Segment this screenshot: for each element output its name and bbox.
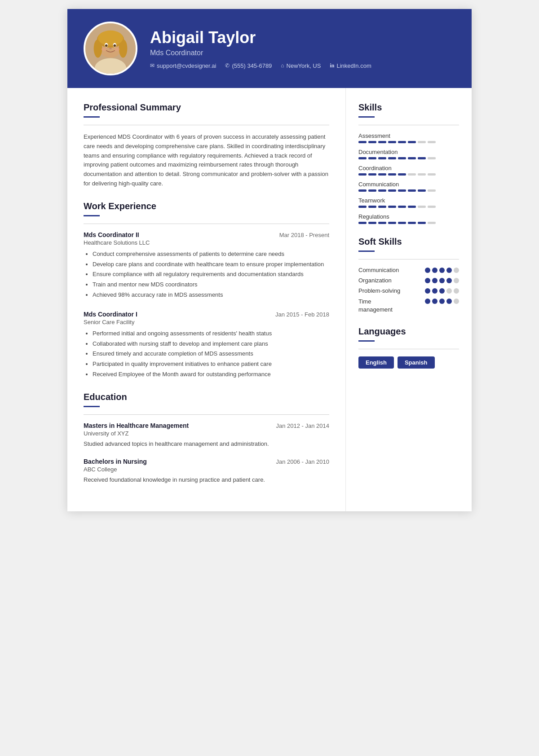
soft-skills-divider bbox=[358, 259, 459, 259]
summary-divider bbox=[84, 125, 329, 125]
edu-school-2: ABC College bbox=[84, 466, 329, 473]
candidate-name: Abigail Taylor bbox=[150, 28, 455, 47]
skill-bar-0 bbox=[358, 141, 459, 143]
edu-date-2: Jan 2006 - Jan 2010 bbox=[276, 458, 329, 465]
skill-documentation: Documentation bbox=[358, 149, 459, 159]
soft-skills-section: Soft Skills Communication Organization P… bbox=[358, 237, 459, 314]
edu-desc-1: Studied advanced topics in healthcare ma… bbox=[84, 440, 329, 449]
job-date-2: Jan 2015 - Feb 2018 bbox=[275, 311, 329, 318]
soft-skill-organization: Organization bbox=[358, 277, 459, 284]
skill-teamwork: Teamwork bbox=[358, 197, 459, 208]
list-item: Conduct comprehensive assessments of pat… bbox=[93, 250, 329, 259]
contact-email: ✉ support@cvdesigner.ai bbox=[150, 62, 216, 69]
svg-point-11 bbox=[114, 44, 116, 47]
education-underline bbox=[84, 406, 100, 407]
contact-phone: ✆ (555) 345-6789 bbox=[225, 62, 272, 69]
skills-divider bbox=[358, 125, 459, 125]
edu-date-1: Jan 2012 - Jan 2014 bbox=[276, 422, 329, 429]
list-item: Collaborated with nursing staff to devel… bbox=[93, 339, 329, 349]
education-title: Education bbox=[84, 392, 329, 402]
edu-degree-2: Bachelors in Nursing bbox=[84, 458, 147, 465]
list-item: Achieved 98% accuracy rate in MDS assess… bbox=[93, 290, 329, 300]
skill-bar-5 bbox=[358, 222, 459, 224]
svg-point-7 bbox=[98, 31, 123, 46]
education-section: Education Masters in Healthcare Manageme… bbox=[84, 392, 329, 485]
summary-text: Experienced MDS Coordinator with 6 years… bbox=[84, 132, 329, 189]
summary-underline bbox=[84, 116, 100, 118]
education-divider bbox=[84, 414, 329, 415]
job-header-1: Mds Coordinator II Mar 2018 - Present bbox=[84, 231, 329, 238]
job-bullets-2: Performed initial and ongoing assessment… bbox=[84, 329, 329, 379]
job-date-1: Mar 2018 - Present bbox=[279, 232, 329, 238]
list-item: Participated in quality improvement init… bbox=[93, 360, 329, 369]
job-title-1: Mds Coordinator II bbox=[84, 231, 139, 238]
soft-skill-problem-solving: Problem-solving bbox=[358, 287, 459, 294]
work-underline bbox=[84, 215, 100, 216]
job-header-2: Mds Coordinator I Jan 2015 - Feb 2018 bbox=[84, 311, 329, 318]
skill-coordination: Coordination bbox=[358, 165, 459, 176]
linkedin-icon: in bbox=[330, 62, 334, 69]
email-text: support@cvdesigner.ai bbox=[157, 62, 216, 69]
skills-underline bbox=[358, 116, 375, 118]
skill-regulations: Regulations bbox=[358, 213, 459, 224]
contact-location: ⌂ NewYork, US bbox=[281, 62, 321, 69]
list-item: Performed initial and ongoing assessment… bbox=[93, 329, 329, 338]
dots-1 bbox=[425, 278, 459, 283]
body-layout: Professional Summary Experienced MDS Coo… bbox=[67, 88, 472, 511]
skill-bar-2 bbox=[358, 173, 459, 176]
soft-skills-underline bbox=[358, 251, 375, 252]
resume-container: Abigail Taylor Mds Coordinator ✉ support… bbox=[67, 9, 472, 511]
email-icon: ✉ bbox=[150, 62, 155, 69]
skill-bar-1 bbox=[358, 157, 459, 159]
summary-section: Professional Summary Experienced MDS Coo… bbox=[84, 102, 329, 189]
soft-skill-communication: Communication bbox=[358, 267, 459, 273]
svg-point-10 bbox=[105, 44, 108, 47]
dots-2 bbox=[425, 288, 459, 294]
work-title: Work Experience bbox=[84, 201, 329, 211]
job-entry-1: Mds Coordinator II Mar 2018 - Present He… bbox=[84, 231, 329, 300]
soft-skill-time-management: Timemanagement bbox=[358, 298, 459, 314]
avatar bbox=[84, 22, 137, 75]
dots-3 bbox=[425, 299, 459, 304]
svg-point-14 bbox=[115, 48, 119, 51]
summary-title: Professional Summary bbox=[84, 102, 329, 113]
list-item: Ensured timely and accurate completion o… bbox=[93, 349, 329, 359]
edu-school-1: University of XYZ bbox=[84, 430, 329, 437]
header-contacts: ✉ support@cvdesigner.ai ✆ (555) 345-6789… bbox=[150, 62, 455, 69]
job-title-2: Mds Coordinator I bbox=[84, 311, 137, 318]
edu-entry-2: Bachelors in Nursing Jan 2006 - Jan 2010… bbox=[84, 458, 329, 485]
lang-english: English bbox=[358, 356, 394, 369]
location-icon: ⌂ bbox=[281, 62, 284, 69]
header: Abigail Taylor Mds Coordinator ✉ support… bbox=[67, 9, 472, 88]
languages-section: Languages English Spanish bbox=[358, 326, 459, 369]
skill-bar-4 bbox=[358, 206, 459, 208]
skill-bar-3 bbox=[358, 189, 459, 192]
skills-section: Skills Assessment Documentation Coordina… bbox=[358, 102, 459, 224]
list-item: Train and mentor new MDS coordinators bbox=[93, 280, 329, 290]
phone-icon: ✆ bbox=[225, 62, 230, 69]
list-item: Ensure compliance with all regulatory re… bbox=[93, 270, 329, 279]
language-tags: English Spanish bbox=[358, 356, 459, 369]
edu-degree-1: Masters in Healthcare Management bbox=[84, 422, 189, 429]
list-item: Develop care plans and coordinate with h… bbox=[93, 260, 329, 269]
list-item: Received Employee of the Month award for… bbox=[93, 370, 329, 379]
edu-entry-1: Masters in Healthcare Management Jan 201… bbox=[84, 422, 329, 449]
job-company-1: Healthcare Solutions LLC bbox=[84, 239, 329, 246]
languages-underline bbox=[358, 340, 375, 342]
job-entry-2: Mds Coordinator I Jan 2015 - Feb 2018 Se… bbox=[84, 311, 329, 379]
job-bullets-1: Conduct comprehensive assessments of pat… bbox=[84, 250, 329, 300]
skills-title: Skills bbox=[358, 102, 459, 113]
skill-communication: Communication bbox=[358, 181, 459, 192]
header-info: Abigail Taylor Mds Coordinator ✉ support… bbox=[150, 28, 455, 69]
edu-header-1: Masters in Healthcare Management Jan 201… bbox=[84, 422, 329, 429]
phone-text: (555) 345-6789 bbox=[232, 62, 272, 69]
linkedin-text: LinkedIn.com bbox=[336, 62, 371, 69]
svg-point-13 bbox=[101, 48, 106, 51]
candidate-title: Mds Coordinator bbox=[150, 49, 455, 57]
dots-0 bbox=[425, 268, 459, 273]
lang-spanish: Spanish bbox=[398, 356, 435, 369]
languages-title: Languages bbox=[358, 326, 459, 337]
soft-skills-title: Soft Skills bbox=[358, 237, 459, 247]
left-column: Professional Summary Experienced MDS Coo… bbox=[67, 88, 346, 511]
edu-header-2: Bachelors in Nursing Jan 2006 - Jan 2010 bbox=[84, 458, 329, 465]
